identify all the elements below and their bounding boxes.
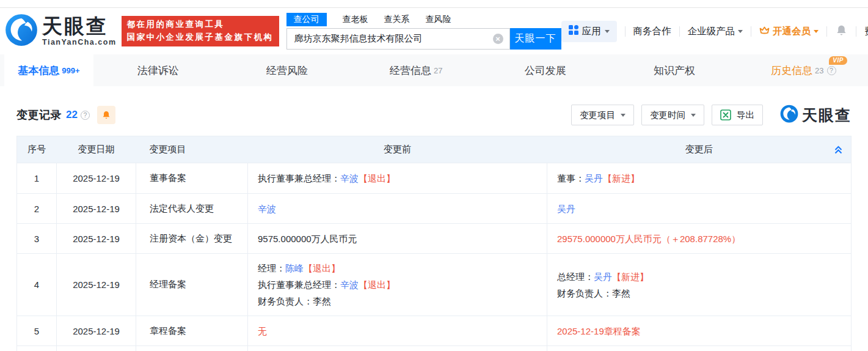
section-title: 变更记录 [16, 108, 62, 122]
filter-dropdown-button[interactable]: 变更时间 [641, 105, 704, 125]
col-header-item: 变更项目 [136, 136, 248, 163]
menu-cooperation[interactable]: 商务合作 [633, 25, 671, 38]
chevron-down-icon [738, 30, 743, 35]
nav-tab[interactable]: 经营信息27 [352, 54, 481, 86]
filter-dropdown-button[interactable]: 变更项目 [571, 105, 634, 125]
brand-slogan: 都在用的商业查询工具 国家中小企业发展子基金旗下机构 [122, 16, 279, 46]
cell-before: 无 [248, 316, 547, 346]
apps-label: 应用 [582, 25, 601, 38]
col-header-index: 序号 [17, 136, 57, 163]
search-tabs: 查公司查老板查关系查风险 [286, 13, 561, 26]
top-divider [0, 0, 868, 8]
section-actions: 变更项目变更时间 导出 天眼查 [571, 105, 852, 125]
apps-grid-icon [569, 25, 578, 37]
cell-text: 【新进】 [603, 173, 640, 183]
clear-input-icon[interactable] [493, 34, 503, 44]
cell-item: 董事备案 [136, 163, 248, 194]
filter-label: 变更项目 [580, 109, 615, 121]
divider [826, 26, 827, 37]
cell-line: 执行董事兼总经理：辛波【退出】 [258, 170, 537, 187]
help-icon[interactable] [81, 111, 90, 120]
nav-tab-label: 知识产权 [654, 64, 695, 78]
change-records-table: 序号 变更日期 变更项目 变更前 变更后 12025-12-19董事备案执行董事… [16, 136, 852, 351]
cell-index: 3 [17, 224, 57, 254]
search-area: 查公司查老板查关系查风险 天眼一下 [286, 13, 561, 50]
nav-tab-count: 27 [434, 66, 442, 75]
site-header: 天眼查 TianYanCha.com 都在用的商业查询工具 国家中小企业发展子基… [0, 8, 868, 54]
export-label: 导出 [737, 109, 754, 121]
cell-item: 注册资本（金）变更 [136, 224, 248, 254]
search-tab[interactable]: 查公司 [286, 13, 327, 26]
nav-tab[interactable]: 经营风险 [222, 54, 351, 86]
nav-tab[interactable]: 基本信息999+ [4, 54, 93, 86]
person-link[interactable]: 吴丹 [585, 173, 603, 183]
cell-empty [17, 346, 57, 351]
cell-index: 4 [17, 254, 57, 316]
person-link[interactable]: 辛波 [258, 204, 276, 214]
search-button[interactable]: 天眼一下 [510, 28, 561, 50]
cell-empty [136, 346, 248, 351]
nav-tab[interactable]: 知识产权 [610, 54, 739, 86]
nav-tab[interactable]: 公司发展 [481, 54, 610, 86]
nav-tabs: 基本信息999+法律诉讼经营风险经营信息27公司发展知识产权历史信息23VIP [0, 54, 868, 86]
open-vip-label: 开通会员 [773, 25, 811, 38]
nav-tab-label: 经营风险 [266, 64, 308, 78]
cell-text: 2025-12-19章程备案 [557, 326, 641, 336]
cell-text: 【退出】 [304, 263, 340, 273]
menu-open-vip[interactable]: 开通会员 [759, 25, 819, 38]
cell-text: 执行董事兼总经理： [258, 279, 340, 290]
menu-enterprise[interactable]: 企业级产品 [688, 25, 743, 38]
person-link[interactable]: 吴丹 [594, 272, 612, 282]
cell-date: 2025-12-19 [57, 224, 136, 254]
cell-line: 经理：陈峰【退出】 [258, 260, 537, 276]
cell-before: 9575.000000万人民币元 [248, 224, 547, 254]
person-link[interactable]: 辛波 [340, 173, 359, 183]
excel-icon [720, 109, 731, 120]
cell-text: 9575.000000万人民币元 [258, 234, 357, 244]
search-tab[interactable]: 查关系 [384, 13, 410, 26]
search-tab[interactable]: 查风险 [426, 13, 451, 26]
col-header-after: 变更后 [547, 136, 852, 163]
cell-line: 无 [258, 323, 537, 339]
watermark-text: 天眼查 [802, 105, 852, 125]
cell-before: 辛波 [248, 194, 547, 224]
nav-tab-label: 基本信息 [18, 64, 59, 78]
cell-line: 2025-12-19章程备案 [557, 323, 841, 339]
crown-icon [759, 26, 770, 37]
cell-text: 执行董事兼总经理： [258, 173, 340, 183]
nav-tab[interactable]: 历史信息23VIP [739, 54, 868, 86]
search-row: 天眼一下 [286, 28, 561, 50]
cell-line: 总经理：吴丹【新进】 [557, 268, 841, 285]
cell-line: 执行董事兼总经理：辛波【退出】 [258, 276, 537, 293]
cell-item: 章程备案 [136, 316, 248, 346]
username-label: 费米 [864, 25, 868, 38]
search-tab[interactable]: 查老板 [343, 13, 368, 26]
subscribe-bell-button[interactable] [97, 106, 115, 124]
chevron-down-icon [814, 30, 819, 35]
export-button[interactable]: 导出 [712, 105, 763, 125]
collapse-up-icon[interactable] [834, 145, 843, 157]
tianyancha-logo[interactable]: 天眼查 TianYanCha.com [5, 13, 117, 49]
cell-empty [248, 346, 547, 351]
table-row: 32025-12-19注册资本（金）变更9575.000000万人民币元2957… [17, 224, 852, 254]
section-bar: 变更记录 22 变更项目变更时间 导出 [16, 105, 852, 125]
cell-after: 吴丹 [547, 194, 852, 224]
user-menu[interactable]: 费米 [864, 25, 868, 38]
table-row [17, 346, 852, 351]
cell-index: 2 [17, 194, 57, 224]
nav-tab[interactable]: 法律诉讼 [93, 54, 222, 86]
table-header-row: 序号 变更日期 变更项目 变更前 变更后 [17, 136, 852, 163]
cell-date: 2025-12-19 [57, 316, 136, 346]
search-input[interactable] [286, 28, 510, 50]
apps-menu[interactable]: 应用 [561, 21, 617, 42]
person-link[interactable]: 辛波 [340, 279, 359, 290]
cell-line: 9575.000000万人民币元 [258, 231, 537, 247]
notification-bell-icon[interactable] [835, 24, 848, 39]
brand-name: 天眼查 [42, 16, 117, 36]
person-link[interactable]: 陈峰 [285, 263, 304, 273]
person-link[interactable]: 吴丹 [557, 204, 575, 214]
nav-tab-count: 999+ [62, 66, 79, 75]
divider [625, 26, 625, 37]
help-icon[interactable] [827, 66, 836, 75]
cell-text: 总经理： [557, 272, 594, 282]
